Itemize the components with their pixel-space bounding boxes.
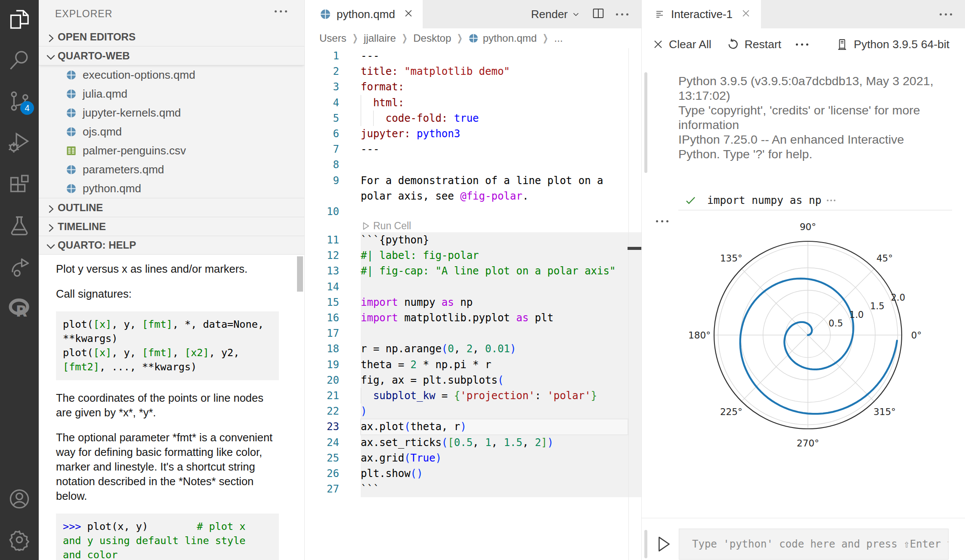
file-name: execution-options.qmd — [83, 68, 195, 82]
file-item-execution-options-qmd[interactable]: execution-options.qmd — [39, 65, 304, 84]
breadcrumb-item[interactable]: python.qmd — [483, 32, 537, 44]
code-line-23[interactable]: 23ax.plot(theta, r) — [305, 419, 641, 434]
activity-extensions-icon[interactable] — [7, 173, 31, 197]
code-line-wrap[interactable]: polar axis, see @fig-polar. — [305, 188, 641, 204]
code-line-25[interactable]: 25ax.grid(True) — [305, 450, 641, 466]
code-line-27[interactable]: 27``` — [305, 481, 641, 497]
svg-text:1.5: 1.5 — [870, 301, 884, 311]
file-item-julia-qmd[interactable]: julia.qmd — [39, 84, 304, 103]
tab-interactive-1[interactable]: Interactive-1 — [642, 0, 761, 28]
code-line-18[interactable]: 18r = np.arange(0, 2, 0.01) — [305, 341, 641, 357]
activity-account-icon[interactable] — [7, 487, 31, 511]
activity-testing-icon[interactable] — [7, 214, 31, 238]
activity-share-icon[interactable] — [7, 255, 31, 279]
activity-settings-gear-icon[interactable] — [7, 528, 31, 552]
svg-text:0.5: 0.5 — [829, 318, 843, 329]
code-line-14[interactable]: 14 — [305, 279, 641, 295]
panel-actions — [940, 0, 965, 28]
code-input-field[interactable]: Type 'python' code here and press ⇧Enter… — [679, 529, 949, 560]
chevron-down-icon — [571, 9, 581, 19]
help-code-block: plot([x], y, [fmt], *, data=None,**kwarg… — [56, 311, 279, 380]
code-line-6[interactable]: 6jupyter: python3 — [305, 126, 641, 142]
qmd-file-icon — [469, 34, 478, 43]
code-line-7[interactable]: 7--- — [305, 142, 641, 157]
sidebar-section-timeline[interactable]: TIMELINE — [39, 217, 304, 236]
code-line-12[interactable]: 12#| label: fig-polar — [305, 248, 641, 263]
clear-all-button[interactable]: Clear All — [653, 38, 711, 51]
breadcrumb-item[interactable]: jjallaire — [364, 32, 396, 44]
code-line-19[interactable]: 19theta = 2 * np.pi * r — [305, 357, 641, 372]
code-line-21[interactable]: 21 subplot_kw = {'projection': 'polar'} — [305, 388, 641, 403]
svg-text:180°: 180° — [688, 330, 711, 341]
svg-text:270°: 270° — [797, 438, 819, 449]
panel-tab-bar: Interactive-1 — [642, 0, 965, 28]
file-item-parameters-qmd[interactable]: parameters.qmd — [39, 160, 304, 179]
qmd-file-icon — [320, 9, 331, 19]
code-line-4[interactable]: 4 html: — [305, 95, 641, 111]
quarto-help-content: Plot y versus x as lines and/or markers.… — [39, 255, 304, 560]
toolbar-more-actions-icon[interactable] — [796, 43, 808, 46]
code-editor[interactable]: 1---2title: "matplotlib demo"3format:4 h… — [305, 48, 641, 560]
run-input-button[interactable] — [658, 536, 671, 554]
tab-close-icon[interactable] — [741, 9, 751, 20]
scm-badge: 4 — [20, 101, 34, 115]
svg-text:135°: 135° — [720, 253, 742, 264]
sidebar-explorer: EXPLORER OPEN EDITORS QUARTO-WEB executi… — [39, 0, 305, 560]
tab-label: python.qmd — [337, 8, 395, 21]
code-line-1[interactable]: 1--- — [305, 48, 641, 64]
section-label: OUTLINE — [58, 202, 103, 214]
file-item-python-qmd[interactable]: python.qmd — [39, 179, 304, 198]
code-line-10[interactable]: 10 — [305, 204, 641, 219]
run-cell-codelens[interactable]: Run Cell — [305, 219, 641, 232]
code-line-15[interactable]: 15import numpy as np — [305, 295, 641, 310]
code-line-20[interactable]: 20fig, ax = plt.subplots( — [305, 372, 641, 388]
sidebar-section-outline[interactable]: OUTLINE — [39, 198, 304, 217]
file-item-palmer-penguins-csv[interactable]: palmer-penguins.csv — [39, 141, 304, 160]
kernel-picker[interactable]: Python 3.9.5 64-bit — [836, 38, 950, 51]
code-line-22[interactable]: 22) — [305, 403, 641, 419]
file-item-jupyter-kernels-qmd[interactable]: jupyter-kernels.qmd — [39, 103, 304, 122]
tab-python-qmd[interactable]: python.qmd — [305, 0, 423, 28]
panel-more-actions-icon[interactable] — [940, 13, 952, 15]
file-name: palmer-penguins.csv — [83, 144, 186, 157]
activity-source-control-icon[interactable]: 4 — [7, 89, 31, 113]
breadcrumb-item[interactable]: Users — [319, 32, 346, 44]
code-line-26[interactable]: 26plt.show() — [305, 466, 641, 481]
activity-r-lang-icon[interactable]: R — [7, 296, 31, 320]
interactive-window-icon — [655, 9, 665, 19]
polar-plot: 0°45°90°135°180°225°270°315°0.51.01.52.0 — [642, 60, 965, 518]
breadcrumb[interactable]: Users❯jjallaire❯Desktop❯python.qmd❯... — [305, 28, 641, 48]
sidebar-section-open-editors[interactable]: OPEN EDITORS — [39, 28, 304, 46]
sidebar-section-workspace[interactable]: QUARTO-WEB — [39, 46, 304, 65]
split-editor-icon[interactable] — [592, 7, 605, 22]
file-item-ojs-qmd[interactable]: ojs.qmd — [39, 122, 304, 141]
file-name: julia.qmd — [83, 87, 127, 101]
breadcrumb-item[interactable]: Desktop — [413, 32, 451, 44]
render-button[interactable]: Render — [531, 8, 581, 21]
code-line-13[interactable]: 13#| fig-cap: "A line plot on a polar ax… — [305, 263, 641, 279]
code-line-11[interactable]: 11```{python} — [305, 232, 641, 248]
help-scrollbar[interactable] — [297, 256, 303, 292]
code-line-3[interactable]: 3format: — [305, 79, 641, 95]
svg-text:90°: 90° — [800, 222, 816, 232]
tab-close-icon[interactable] — [404, 9, 413, 20]
code-line-8[interactable]: 8 — [305, 157, 641, 172]
code-line-16[interactable]: 16import matplotlib.pyplot as plt — [305, 310, 641, 326]
activity-search-icon[interactable] — [7, 48, 31, 72]
chevron-right-icon — [44, 203, 57, 213]
code-line-9[interactable]: 9For a demonstration of a line plot on a — [305, 173, 641, 188]
qmd-file-icon — [66, 108, 76, 118]
code-line-5[interactable]: 5 code-fold: true — [305, 111, 641, 126]
activity-explorer-icon[interactable] — [7, 7, 31, 31]
restart-button[interactable]: Restart — [727, 38, 781, 51]
activity-run-debug-icon[interactable] — [7, 130, 31, 154]
help-paragraph: The coordinates of the points or line no… — [56, 391, 284, 420]
code-line-17[interactable]: 17 — [305, 326, 641, 341]
code-line-2[interactable]: 2title: "matplotlib demo" — [305, 64, 641, 79]
breadcrumb-item[interactable]: ... — [554, 32, 563, 44]
code-line-24[interactable]: 24ax.set_rticks([0.5, 1, 1.5, 2]) — [305, 435, 641, 450]
sidebar-more-actions-icon[interactable] — [275, 10, 287, 12]
svg-text:225°: 225° — [720, 406, 742, 417]
editor-more-actions-icon[interactable] — [616, 13, 628, 15]
sidebar-section-quarto-help[interactable]: QUARTO: HELP — [39, 236, 304, 255]
